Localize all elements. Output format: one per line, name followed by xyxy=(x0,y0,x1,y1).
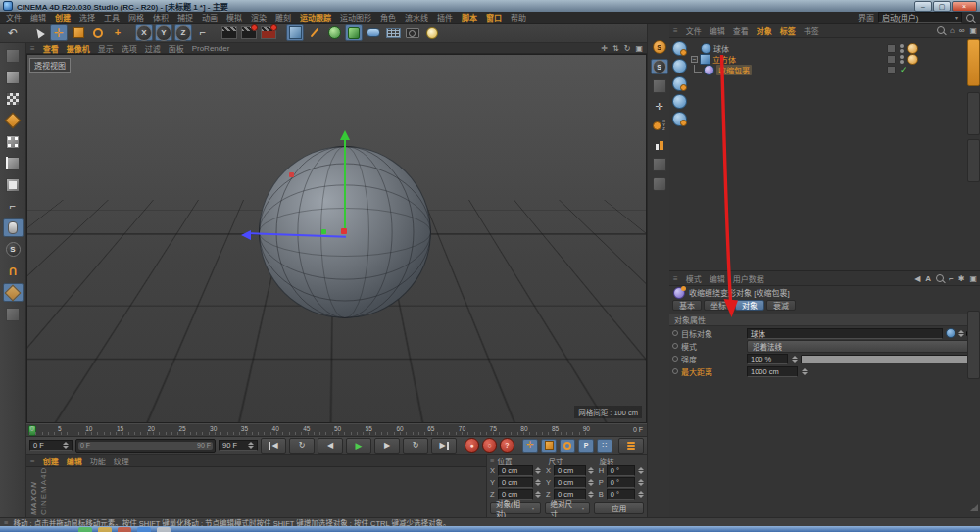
menu-simulate[interactable]: 模拟 xyxy=(226,12,242,23)
add-cube-icon[interactable] xyxy=(286,24,304,41)
size-y-field[interactable]: 0 cm xyxy=(554,477,586,488)
target-object-field[interactable]: 球体 xyxy=(747,328,943,339)
coordinate-system-icon[interactable]: ⌐ xyxy=(194,24,212,41)
apply-button[interactable]: 应用 xyxy=(594,502,644,514)
menu-mograph[interactable]: 运动图形 xyxy=(340,12,371,23)
om-menu-objects[interactable]: 对象 xyxy=(757,25,772,36)
size-x-field[interactable]: 0 cm xyxy=(554,465,586,476)
material-menu-function[interactable]: 功能 xyxy=(90,456,106,466)
menu-tools[interactable]: 工具 xyxy=(104,12,120,23)
position-y-field[interactable]: 0 cm xyxy=(498,477,533,488)
interface-dropdown[interactable]: 启动(用户) ▾ xyxy=(878,12,962,23)
side-tab[interactable] xyxy=(967,311,980,379)
render-view-icon[interactable] xyxy=(220,24,238,41)
z-axis-lock-icon[interactable]: Z xyxy=(174,24,192,41)
spinner[interactable] xyxy=(637,491,644,498)
object-row-shrinkwrap[interactable]: 收缩包裹 ✓ xyxy=(691,65,965,75)
rotate-tool-icon[interactable] xyxy=(89,24,107,41)
spinner[interactable] xyxy=(637,479,644,486)
strength-slider[interactable] xyxy=(801,355,977,363)
y-axis-arrowhead[interactable] xyxy=(340,130,350,140)
key-parameter-icon[interactable]: P xyxy=(578,439,594,453)
model-mode-icon[interactable] xyxy=(3,68,24,86)
animation-dot[interactable] xyxy=(672,368,678,374)
spline-primitive-icon[interactable] xyxy=(365,24,382,41)
viewport-menu-prorender[interactable]: ProRender xyxy=(192,44,230,53)
range-spinner[interactable] xyxy=(247,442,254,449)
am-menu-edit[interactable]: 编辑 xyxy=(710,273,725,284)
viewport-menu-options[interactable]: 选项 xyxy=(122,43,137,54)
green-axis-knob[interactable] xyxy=(321,229,326,234)
play-icon[interactable]: ▶ xyxy=(346,438,371,454)
record-active-objects-icon[interactable]: ● xyxy=(465,438,479,453)
om-menu-edit[interactable]: 编辑 xyxy=(710,25,725,36)
z-axis-arrowhead[interactable] xyxy=(241,230,251,240)
menu-select[interactable]: 选择 xyxy=(79,12,95,23)
current-frame-field[interactable]: 0 F xyxy=(29,440,73,451)
close-button[interactable]: × xyxy=(952,1,977,12)
am-menu-userdata[interactable]: 用户数据 xyxy=(733,273,764,284)
add-panel-icon[interactable]: ▣ xyxy=(969,274,977,283)
resize-grip[interactable] xyxy=(970,504,978,511)
axis-mode-icon[interactable]: ⌐ xyxy=(3,197,24,216)
key-pla-icon[interactable]: ∷ xyxy=(597,439,612,453)
phong-tag-icon[interactable] xyxy=(907,54,918,65)
menu-sculpt[interactable]: 雕刻 xyxy=(275,12,291,23)
menu-volume[interactable]: 体积 xyxy=(153,12,169,23)
spinner[interactable] xyxy=(535,467,542,474)
enable-snap-icon[interactable]: S xyxy=(651,39,668,55)
workplane-icon[interactable] xyxy=(3,283,24,302)
viewport-menu-filter[interactable]: 过滤 xyxy=(145,43,161,54)
tab-object[interactable]: 对象 xyxy=(735,300,764,311)
om-menu-view[interactable]: 查看 xyxy=(733,25,749,36)
next-frame-icon[interactable]: ▶ xyxy=(374,438,400,454)
position-x-field[interactable]: 0 cm xyxy=(498,465,533,476)
menu-edit[interactable]: 编辑 xyxy=(30,12,46,23)
viewport-menu-camera[interactable]: 摄像机 xyxy=(67,43,90,54)
object-name[interactable]: 收缩包裹 xyxy=(716,65,752,75)
preset-sphere-icon[interactable] xyxy=(672,76,687,91)
enable-quantize-icon[interactable]: S xyxy=(651,59,668,74)
spinner[interactable] xyxy=(801,368,808,375)
layer-toggle[interactable] xyxy=(887,66,896,74)
menu-pipeline[interactable]: 流水线 xyxy=(405,12,428,23)
home-icon[interactable]: ⌂ xyxy=(950,26,955,35)
live-selection-icon[interactable] xyxy=(30,24,48,41)
menu-window[interactable]: 窗口 xyxy=(486,12,502,23)
padlock-icon[interactable]: ⌐ xyxy=(949,274,954,283)
deformer-icon[interactable] xyxy=(345,24,363,41)
pan-view-icon[interactable]: ✛ xyxy=(601,44,608,53)
menu-snap[interactable]: 捕捉 xyxy=(177,12,193,23)
menu-help[interactable]: 帮助 xyxy=(511,12,526,23)
loop-icon[interactable]: ↻ xyxy=(403,438,428,454)
enabled-check-icon[interactable]: ✓ xyxy=(900,66,907,74)
layer-toggle[interactable] xyxy=(887,55,896,64)
max-distance-field[interactable]: 1000 cm xyxy=(747,366,798,377)
add-panel-icon[interactable]: ▣ xyxy=(969,26,977,35)
previous-frame-icon[interactable]: ◀ xyxy=(318,438,343,454)
material-menu-edit[interactable]: 编辑 xyxy=(67,456,82,466)
dolly-view-icon[interactable]: ⇅ xyxy=(612,44,619,53)
object-name[interactable]: 球体 xyxy=(713,43,729,54)
object-row-sphere[interactable]: 球体 xyxy=(691,43,965,54)
lock-a-icon[interactable]: A xyxy=(925,274,931,283)
menu-file[interactable]: 文件 xyxy=(6,12,22,23)
panel-menu-icon[interactable]: ≡ xyxy=(490,457,494,465)
viewport-menu-panel[interactable]: 面板 xyxy=(169,43,184,54)
render-to-picture-viewer-icon[interactable] xyxy=(240,24,258,41)
taskbar-icon[interactable] xyxy=(137,527,151,532)
crosshair-snap-icon[interactable]: ✛ xyxy=(651,98,668,114)
collapse-expander[interactable]: − xyxy=(691,56,698,63)
minimize-button[interactable]: – xyxy=(914,1,932,12)
menu-character[interactable]: 角色 xyxy=(380,12,396,23)
link-icon[interactable]: ∞ xyxy=(959,26,965,35)
am-menu-mode[interactable]: 模式 xyxy=(686,273,702,284)
search-icon[interactable] xyxy=(937,26,945,34)
viewport-canvas[interactable]: 透视视图 网格间距 : 100 cm xyxy=(26,54,647,423)
spinner[interactable] xyxy=(957,330,964,337)
edges-mode-icon[interactable] xyxy=(3,154,24,172)
panel-menu-icon[interactable]: ≡ xyxy=(673,26,678,35)
workplane-snap-icon[interactable] xyxy=(651,157,668,172)
rotation-p-field[interactable]: 0 ° xyxy=(607,477,635,488)
maximize-button[interactable]: ▢ xyxy=(933,1,951,12)
